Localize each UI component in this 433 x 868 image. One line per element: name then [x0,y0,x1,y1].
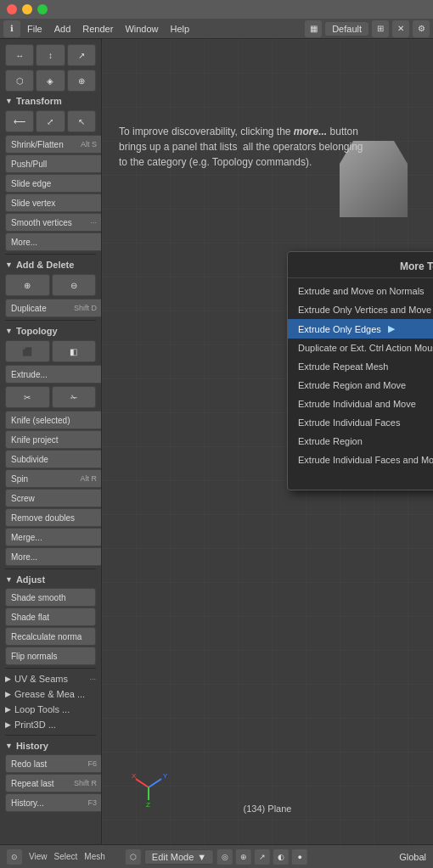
statusbar: ⊙ View Select Mesh ⬡ Edit Mode ▼ ◎ ⊕ ↗ ◐… [0,844,433,868]
menu-file[interactable]: File [22,22,48,36]
transform-section-header[interactable]: ▼ Transform [2,93,99,109]
recalculate-button[interactable]: Recalculate norma [5,627,96,646]
extrude-button[interactable]: Extrude... [5,365,102,384]
grease-mea-header[interactable]: ▶ Grease & Mea ... [2,686,99,702]
overlay-icon[interactable]: ◐ [273,849,289,865]
info-icon[interactable]: ℹ [3,20,20,37]
transform-icon-1[interactable]: ↔ [5,44,34,66]
screw-button[interactable]: Screw [5,489,102,507]
grease-arrow: ▶ [5,690,11,698]
transform-icon-2[interactable]: ↕ [36,44,65,66]
knife-icon[interactable]: ✂ [5,386,50,408]
print3d-header[interactable]: ▶ Print3D ... [2,717,99,732]
spin-button[interactable]: Spin Alt R [5,469,102,488]
render-icon[interactable]: ● [292,849,307,865]
divider-3 [5,568,96,569]
tool-icon-5[interactable]: ◈ [36,70,65,92]
knife-selected-button[interactable]: Knife (selected) [5,411,102,429]
mode-selector[interactable]: Edit Mode ▼ [144,849,214,865]
flip-normals-button[interactable]: Flip normals [5,647,96,665]
uv-seams-header[interactable]: ▶ UV & Seams ··· [2,671,99,686]
popup-item-1[interactable]: Extrude Only Vertices and Move [288,300,433,319]
status-select[interactable]: Select [54,852,78,861]
status-view[interactable]: View [29,852,48,861]
add-icon[interactable]: ⊕ [5,274,50,296]
slide-edge-button[interactable]: Slide edge [5,174,102,193]
popup-item-7[interactable]: Extrude Individual Faces [288,413,433,432]
smooth-vertices-button[interactable]: Smooth vertices ··· [5,213,102,232]
minimize-button[interactable] [22,4,32,14]
pull-icon[interactable]: ⤢ [36,110,65,132]
push-pull-button[interactable]: Push/Pull [5,154,102,173]
add-delete-section-header[interactable]: ▼ Add & Delete [2,257,99,272]
popup-item-3[interactable]: Duplicate or Ext. Ctrl Action Mouse [288,339,433,357]
transform-icon[interactable]: ↗ [255,849,270,865]
statusbar-center: ⬡ Edit Mode ▼ ◎ ⊕ ↗ ◐ ● [126,849,307,865]
maximize-button[interactable] [37,4,48,14]
repeat-last-button[interactable]: Repeat last Shift R [5,774,102,792]
menu-render[interactable]: Render [77,22,118,36]
svg-line-0 [149,779,161,787]
snap-icon[interactable]: ◎ [217,849,233,865]
extrude-icon[interactable]: ⬛ [5,340,50,362]
svg-line-1 [136,779,149,787]
svg-text:X: X [132,772,137,780]
popup-item-9[interactable]: Extrude Individual Faces and Move [288,451,433,469]
tool-icon-4[interactable]: ⬡ [5,70,34,92]
divider-5 [5,735,96,736]
slide-vertex-button[interactable]: Slide vertex [5,193,102,212]
fullscreen-icon[interactable]: ⊞ [372,20,389,37]
popup-item-8[interactable]: Extrude Region [288,432,433,451]
popup-item-5[interactable]: Extrude Region and Move [288,376,433,395]
shade-smooth-button[interactable]: Shade smooth [5,588,96,607]
status-mesh[interactable]: Mesh [84,852,104,861]
menu-window[interactable]: Window [120,22,163,36]
topology-icon2[interactable]: ◧ [52,340,97,362]
viewport[interactable]: To improve discoverability, clicking the… [102,39,433,844]
remove-doubles-button[interactable]: Remove doubles [5,508,102,527]
shade-flat-button[interactable]: Shade flat [5,608,96,626]
uv-seams-arrow: ▶ [5,675,11,683]
menu-help[interactable]: Help [166,22,195,36]
adjust-arrow: ▼ [5,575,13,584]
duplicate-button[interactable]: Duplicate Shift D [5,299,102,317]
redo-last-button[interactable]: Redo last F6 [5,754,102,773]
adjust-section-header[interactable]: ▼ Adjust [2,572,99,587]
shrink-icon[interactable]: ⟵ [5,110,34,132]
pivot-icon[interactable]: ⊕ [236,849,251,865]
subdivide-button[interactable]: Subdivide [5,450,102,468]
transform-icon-3[interactable]: ↗ [67,44,96,66]
knife-project-button[interactable]: Knife project [5,430,102,449]
mode-icon[interactable]: ⬡ [126,849,141,865]
scene-name: Default [325,22,368,36]
topology-more-button[interactable]: More... [5,547,102,566]
close-icon[interactable]: ✕ [392,20,409,37]
topology-section-header[interactable]: ▼ Topology [2,323,99,339]
push-icon[interactable]: ↖ [67,110,96,132]
menu-add[interactable]: Add [49,22,76,36]
global-label: Global [399,852,426,862]
popup-item-4[interactable]: Extrude Repeat Mesh [288,357,433,376]
knife-row: ✂ ✁ [2,384,99,410]
loop-tools-arrow: ▶ [5,705,11,714]
transform-more-button[interactable]: More... [5,232,102,251]
history-section-header[interactable]: ▼ History [2,738,99,753]
merge-button[interactable]: Merge... [5,528,102,546]
popup-item-6[interactable]: Extrude Individual and Move [288,395,433,413]
tool-icon-6[interactable]: ⊕ [67,70,96,92]
shrink-flatten-button[interactable]: Shrink/Flatten Alt S [5,135,102,154]
axes-indicator: Y X Z [127,766,170,810]
close-button[interactable] [7,4,17,14]
loop-tools-header[interactable]: ▶ Loop Tools ... [2,702,99,717]
history-button[interactable]: History... F3 [5,793,102,812]
popup-menu: More Topology... Extrude and Move on Nor… [287,251,433,490]
popup-item-2[interactable]: Extrude Only Edges ▶ [288,319,433,339]
knife-selected-icon[interactable]: ✁ [52,386,97,408]
divider-1 [5,254,96,255]
layout-icon[interactable]: ▦ [305,20,322,37]
status-icon[interactable]: ⊙ [7,849,22,865]
delete-icon[interactable]: ⊖ [52,274,97,296]
settings-icon[interactable]: ⚙ [413,20,430,37]
divider-2 [5,320,96,321]
popup-item-0[interactable]: Extrude and Move on Normals E [288,282,433,300]
